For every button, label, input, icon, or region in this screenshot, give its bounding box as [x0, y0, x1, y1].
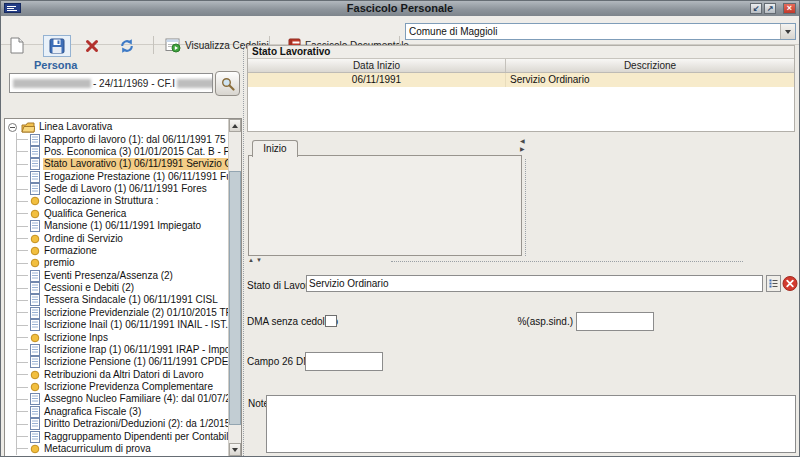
save-button[interactable]	[43, 35, 71, 57]
tree-connector	[16, 238, 28, 239]
tree-item[interactable]: premio	[6, 257, 228, 269]
delete-x-icon	[85, 39, 99, 53]
tree-item[interactable]: Anagrafica Fiscale (3)	[6, 406, 228, 418]
tree-item-label: Iscrizione Previdenziale (2) 01/10/2015 …	[43, 307, 228, 319]
tree-item[interactable]: Rapporto di lavoro (1): dal 06/11/1991 7…	[6, 133, 228, 145]
asp-sind-field[interactable]	[576, 312, 654, 331]
document-icon	[30, 344, 40, 356]
tree-item-label: Raggruppamento Dipendenti per Contabiliz…	[43, 431, 228, 443]
scroll-up-button[interactable]	[229, 119, 241, 132]
new-document-icon	[10, 37, 24, 54]
titlebar: Fascicolo Personale ↙ ↗ ×	[1, 1, 799, 16]
tree-item[interactable]: Sede di Lavoro (1) 06/11/1991 Fores	[6, 183, 228, 195]
tree-connector	[16, 189, 28, 190]
splitter-collapse-arrows-horizontal[interactable]: ▲▼	[248, 257, 264, 263]
tree-connector	[16, 139, 28, 140]
tree-item[interactable]: Ordine di Servizio	[6, 232, 228, 244]
circle-icon	[30, 196, 40, 206]
scrollbar-thumb[interactable]	[229, 171, 241, 425]
visualizza-cedolini-icon	[165, 38, 181, 53]
tab-inizio[interactable]: Inizio	[252, 140, 298, 157]
save-icon	[49, 38, 65, 54]
tree-connector	[16, 275, 28, 276]
search-icon	[221, 77, 235, 91]
tree-root[interactable]: Linea Lavorativa	[6, 121, 228, 133]
tree-item[interactable]: Mansione (1) 06/11/1991 Impiegato	[6, 220, 228, 232]
document-icon	[30, 393, 40, 405]
campo-26-dma-field[interactable]	[305, 352, 383, 371]
tree-item[interactable]: Assegno Nucleo Familiare (4): dal 01/07/…	[6, 393, 228, 405]
tree-root-label: Linea Lavorativa	[38, 121, 228, 133]
document-icon	[30, 270, 40, 282]
minimize-corner-button[interactable]: ↙	[750, 3, 762, 14]
persona-input[interactable]: - 24/11/1969 - CF.I	[9, 73, 213, 93]
tree-connector	[16, 263, 28, 264]
table-row[interactable]: 06/11/1991Servizio Ordinario	[248, 73, 794, 87]
column-header-descrizione[interactable]: Descrizione	[506, 59, 794, 72]
tree-item[interactable]: Diritto Detrazioni/Deduzioni (2): da 1/2…	[6, 418, 228, 430]
linea-lavorativa-tree: Linea Lavorativa Rapporto di lavoro (1):…	[4, 118, 242, 457]
circle-icon	[30, 333, 40, 343]
dma-senza-cedolino-checkbox[interactable]	[325, 315, 337, 327]
splitter-dotted-line-horizontal[interactable]	[391, 261, 743, 262]
tree-item-label: Ordine di Servizio	[43, 233, 228, 245]
tree-item-label: Diritto Detrazioni/Deduzioni (2): da 1/2…	[43, 418, 228, 430]
document-icon	[30, 134, 40, 146]
tree-item[interactable]: Pos. Economica (3) 01/01/2015 Cat. B - P…	[6, 146, 228, 158]
tree-item[interactable]: Iscrizione Irap (1) 06/11/1991 IRAP - Im…	[6, 344, 228, 356]
tree-item[interactable]: Erogazione Prestazione (1) 06/11/1991 Fu…	[6, 171, 228, 183]
tree-item[interactable]: Metacurriculum di prova	[6, 443, 228, 455]
tree-item[interactable]: Raggruppamento Dipendenti per Contabiliz…	[6, 430, 228, 442]
new-document-button[interactable]	[10, 37, 24, 54]
document-icon	[30, 294, 40, 306]
company-combobox-dropdown-button[interactable]	[780, 24, 795, 39]
tree-scrollbar[interactable]	[228, 119, 241, 456]
tree-item[interactable]: Eventi Presenza/Assenza (2)	[6, 270, 228, 282]
refresh-button[interactable]	[119, 38, 135, 54]
tree-item[interactable]: Tessera Sindacale (1) 06/11/1991 CISL	[6, 294, 228, 306]
stato-di-lavoro-clear-button[interactable]	[782, 275, 798, 296]
close-button[interactable]: ×	[783, 3, 796, 14]
tree-item[interactable]: Iscrizione Inps	[6, 331, 228, 343]
company-combobox[interactable]: Comune di Maggioli	[405, 23, 796, 40]
restore-corner-button[interactable]: ↗	[764, 3, 776, 14]
tree-item[interactable]: Iscrizione Inail (1) 06/11/1991 INAIL - …	[6, 319, 228, 331]
delete-button[interactable]	[85, 39, 99, 53]
tree-connector	[16, 399, 28, 400]
tree-item[interactable]: Stato Lavorativo (1) 06/11/1991 Servizio…	[6, 158, 228, 170]
tree-item[interactable]: Iscrizione Pensione (1) 06/11/1991 CPDEL…	[6, 356, 228, 368]
stato-di-lavoro-field[interactable]	[306, 275, 763, 292]
table-header: Data Inizio Descrizione	[248, 59, 794, 73]
tree-expander-icon[interactable]	[8, 123, 17, 132]
tree-connector	[16, 176, 28, 177]
circle-icon	[30, 209, 40, 219]
document-icon	[30, 418, 40, 430]
panel-splitter[interactable]	[243, 45, 244, 456]
fascicolo-personale-window: Fascicolo Personale ↙ ↗ ×	[0, 0, 800, 457]
tree-connector	[16, 213, 28, 214]
stato-lavorativo-header: Stato Lavorativo	[248, 46, 794, 59]
note-textarea[interactable]	[266, 395, 796, 453]
tree-items: Rapporto di lavoro (1): dal 06/11/1991 7…	[6, 133, 228, 455]
scroll-down-button[interactable]	[229, 443, 241, 456]
document-icon	[30, 319, 40, 331]
asp-sind-label: %(asp.sind.)	[501, 316, 573, 327]
persona-section-label: Persona	[34, 59, 77, 71]
tree-item[interactable]: Qualifica Generica	[6, 208, 228, 220]
column-header-data-inizio[interactable]: Data Inizio	[248, 59, 506, 72]
tree-item[interactable]: Formazione	[6, 245, 228, 257]
splitter-dotted-line-vertical[interactable]	[525, 159, 526, 256]
tree-item[interactable]: Iscrizione Previdenza Complementare	[6, 381, 228, 393]
tree-item[interactable]: Retribuzioni da Altri Datori di Lavoro	[6, 369, 228, 381]
tree-connector	[16, 164, 28, 165]
tree-item[interactable]: Iscrizione Previdenziale (2) 01/10/2015 …	[6, 307, 228, 319]
splitter-collapse-arrows-vertical[interactable]: ◀▶	[520, 137, 525, 153]
document-icon	[30, 406, 40, 418]
document-icon	[30, 158, 40, 170]
circle-icon	[30, 234, 40, 244]
tree-item[interactable]: Cessioni e Debiti (2)	[6, 282, 228, 294]
document-icon	[30, 307, 40, 319]
stato-di-lavoro-list-button[interactable]	[766, 275, 781, 292]
persona-search-button[interactable]	[215, 71, 240, 96]
tree-item[interactable]: Collocazione in Struttura :	[6, 195, 228, 207]
